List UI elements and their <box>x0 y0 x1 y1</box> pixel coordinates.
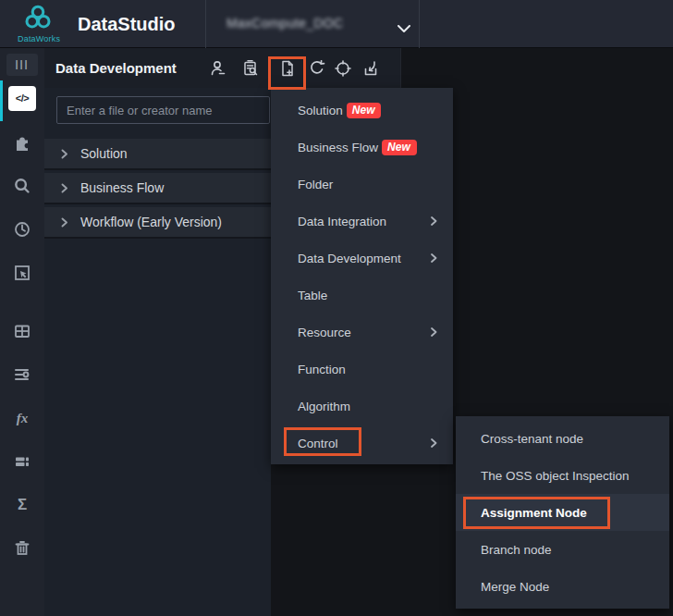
submenu-item-label: Merge Node <box>481 580 549 594</box>
new-badge: New <box>382 140 417 155</box>
tree-item-label: Solution <box>80 146 128 161</box>
chevron-right-icon <box>431 216 437 226</box>
tree-item-label: Workflow (Early Version) <box>80 215 222 229</box>
active-item-indicator <box>0 80 3 121</box>
dataworks-logo-text: DataWorks <box>18 34 58 43</box>
app-title: DataStudio <box>78 0 176 48</box>
menu-item-algorithm[interactable]: Algorithm <box>271 388 453 425</box>
puzzle-icon[interactable] <box>0 131 44 154</box>
panel-header: Data Development <box>44 48 401 88</box>
menu-item-data-development[interactable]: Data Development <box>271 240 453 277</box>
submenu-item-merge-node[interactable]: Merge Node <box>456 568 669 605</box>
submenu-item-assignment-node[interactable]: Assignment Node <box>456 494 669 531</box>
clock-icon[interactable] <box>0 218 44 240</box>
menu-item-label: Folder <box>298 178 333 191</box>
collapse-panel-icon[interactable]: ||| <box>6 54 38 76</box>
tree-item-solution[interactable]: Solution <box>44 139 271 170</box>
create-menu: Solution New Business Flow New Folder Da… <box>271 88 453 464</box>
tree-item-business-flow[interactable]: Business Flow <box>44 173 271 204</box>
new-badge: New <box>347 103 382 118</box>
top-header: DataWorks DataStudio MaxCompute_DOC <box>0 0 673 48</box>
header-divider <box>205 0 206 48</box>
menu-item-label: Data Integration <box>298 215 386 228</box>
icon-sidebar: ||| </> fx Σ <box>0 48 44 616</box>
workspace-chevron-down-icon[interactable] <box>398 20 410 29</box>
menu-item-data-integration[interactable]: Data Integration <box>271 203 453 240</box>
chevron-right-icon <box>61 183 68 193</box>
export-cursor-icon[interactable] <box>0 262 44 284</box>
chevron-right-icon <box>61 217 68 228</box>
search-input[interactable] <box>56 96 270 124</box>
menu-item-solution[interactable]: Solution New <box>271 92 453 129</box>
menu-item-control[interactable]: Control <box>271 425 453 462</box>
submenu-item-label: The OSS object Inspection <box>481 469 630 483</box>
tree-item-workflow-early-version[interactable]: Workflow (Early Version) <box>44 207 271 239</box>
submenu-item-cross-tenant-node[interactable]: Cross-tenant node <box>456 420 669 457</box>
table-icon[interactable] <box>0 320 44 342</box>
dataworks-logo: DataWorks <box>18 3 58 45</box>
chevron-right-icon <box>431 438 437 448</box>
dataworks-logo-icon <box>23 3 53 32</box>
submenu-item-label: Cross-tenant node <box>481 432 583 446</box>
menu-item-table[interactable]: Table <box>271 277 453 314</box>
list-search-icon[interactable] <box>0 363 44 386</box>
sigma-icon[interactable]: Σ <box>0 494 44 516</box>
submenu-item-label: Branch node <box>481 543 552 557</box>
user-filter-icon[interactable] <box>209 59 227 78</box>
menu-item-function[interactable]: Function <box>271 351 453 388</box>
menu-item-label: Business Flow <box>298 141 378 154</box>
clipboard-search-icon[interactable] <box>241 59 260 78</box>
menu-item-label: Table <box>298 289 327 302</box>
import-icon[interactable] <box>361 59 380 78</box>
chevron-right-icon <box>431 327 437 337</box>
control-submenu: Cross-tenant node The OSS object Inspect… <box>456 416 669 609</box>
menu-item-resource[interactable]: Resource <box>271 314 453 351</box>
locate-icon[interactable] <box>334 59 352 78</box>
menu-item-label: Solution <box>298 104 343 117</box>
header-divider <box>419 0 420 48</box>
menu-item-label: Function <box>298 363 346 376</box>
menu-item-label: Resource <box>298 326 351 339</box>
menu-item-label: Control <box>298 437 338 450</box>
new-file-icon[interactable] <box>278 59 297 78</box>
trash-icon[interactable] <box>0 537 44 560</box>
refresh-icon[interactable] <box>308 59 326 78</box>
search-icon[interactable] <box>0 175 44 197</box>
menu-item-business-flow[interactable]: Business Flow New <box>271 129 453 166</box>
submenu-item-label: Assignment Node <box>481 506 587 520</box>
menu-item-label: Data Development <box>298 252 401 265</box>
menu-item-label: Algorithm <box>298 400 350 413</box>
code-icon[interactable]: </> <box>8 86 36 111</box>
chevron-right-icon <box>431 253 437 263</box>
function-fx-icon[interactable]: fx <box>0 407 44 429</box>
file-tree-panel: Solution Business Flow Workflow (Early V… <box>44 88 271 616</box>
chevron-right-icon <box>61 149 68 159</box>
submenu-item-branch-node[interactable]: Branch node <box>456 531 669 568</box>
workspace-name[interactable]: MaxCompute_DOC <box>226 16 343 31</box>
submenu-item-oss-object-inspection[interactable]: The OSS object Inspection <box>456 457 669 494</box>
tree-item-label: Business Flow <box>80 180 164 195</box>
menu-item-folder[interactable]: Folder <box>271 166 453 203</box>
panel-title: Data Development <box>55 48 177 88</box>
server-icon[interactable] <box>0 450 44 473</box>
